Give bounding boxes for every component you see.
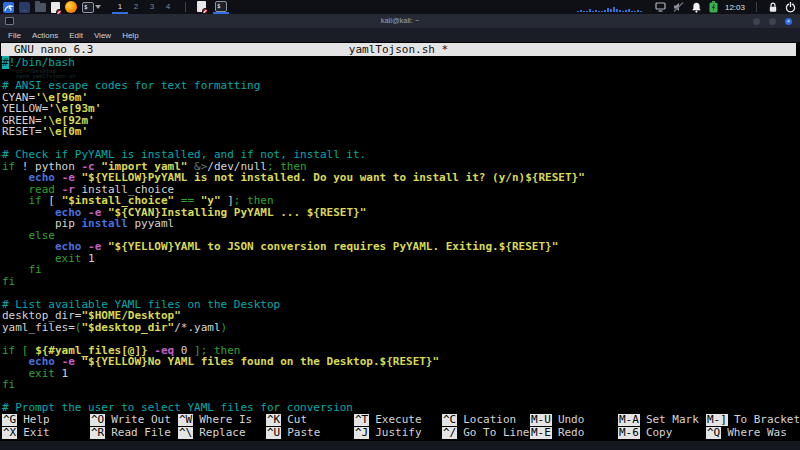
code-line: GREEN='\e[92m' xyxy=(2,115,800,127)
terminal-launcher-icon[interactable]: $ xyxy=(82,2,101,13)
notification-bell-icon[interactable] xyxy=(691,2,702,13)
code-line: # Prompt the user to select YAML files f… xyxy=(2,402,800,414)
kali-menu-icon[interactable] xyxy=(3,2,14,13)
code-line: YELLOW='\e[93m' xyxy=(2,103,800,115)
shortcut-paste[interactable]: ^UPaste xyxy=(266,427,354,439)
display-icon[interactable] xyxy=(655,2,666,12)
menu-file[interactable]: File xyxy=(8,31,21,40)
shortcut-row-2: ^XExit^RRead File^\Replace^UPaste^JJusti… xyxy=(2,427,800,439)
chevron-down-icon[interactable] xyxy=(95,5,101,9)
taskbar-window-texteditor[interactable] xyxy=(195,0,208,14)
maximize-button[interactable] xyxy=(769,18,776,25)
lock-screen-icon[interactable] xyxy=(768,2,778,13)
terminal-window-icon xyxy=(5,17,14,25)
window-titlebar[interactable]: kali@kali: ~ × xyxy=(0,14,800,28)
workspace-switcher: 1234 xyxy=(112,0,176,14)
code-line: CYAN='\e[96m' xyxy=(2,92,800,104)
window-title: kali@kali: ~ xyxy=(381,14,420,28)
code-line: yaml_files=("$desktop_dir"/*.yaml) xyxy=(2,322,800,334)
nano-titlebar: GNU nano 6.3 yamlTojson.sh * xyxy=(1,43,796,56)
shortcut-copy[interactable]: M-6Copy xyxy=(618,427,706,439)
code-line: echo -e "${YELLOW}YAML to JSON conversio… xyxy=(2,241,800,253)
shortcut-write-out[interactable]: ^OWrite Out xyxy=(90,414,178,426)
shortcut-to-bracket[interactable]: M-]To Bracket xyxy=(706,414,800,426)
shortcut-replace[interactable]: ^\Replace xyxy=(178,427,266,439)
minimize-button[interactable] xyxy=(753,18,760,25)
code-line: fi xyxy=(2,264,800,276)
panel-separator xyxy=(185,2,186,12)
menu-view[interactable]: View xyxy=(94,31,111,40)
cpu-monitor-graph[interactable] xyxy=(577,3,642,12)
nano-shortcuts: ^GHelp^OWrite Out^WWhere Is^KCut^TExecut… xyxy=(2,413,800,439)
close-button[interactable]: × xyxy=(785,18,792,25)
workspace-4[interactable]: 4 xyxy=(160,0,176,14)
code-line: fi xyxy=(2,276,800,288)
shortcut-row-1: ^GHelp^OWrite Out^WWhere Is^KCut^TExecut… xyxy=(2,414,800,426)
firefox-icon[interactable] xyxy=(65,1,77,13)
menu-actions[interactable]: Actions xyxy=(32,31,58,40)
nano-version-label: GNU nano 6.3 xyxy=(1,43,93,56)
shortcut-go-to-line[interactable]: ^/Go To Line xyxy=(442,427,530,439)
shortcut-redo[interactable]: M-ERedo xyxy=(530,427,618,439)
file-manager-icon[interactable] xyxy=(35,2,46,12)
shortcut-undo[interactable]: M-UUndo xyxy=(530,414,618,426)
code-line: #!/bin/bash xyxy=(2,57,800,69)
code-line: pip install pyyaml xyxy=(2,218,800,230)
shortcut-justify[interactable]: ^JJustify xyxy=(354,427,442,439)
bottom-edge xyxy=(0,441,800,450)
power-icon[interactable] xyxy=(785,2,796,13)
nano-filename-label: yamlTojson.sh * xyxy=(349,43,448,56)
workspace-2[interactable]: 2 xyxy=(128,0,144,14)
window-menubar: FileActionsEditViewHelp xyxy=(0,28,800,42)
code-line: exit 1 xyxy=(2,253,800,265)
shortcut-where-was[interactable]: ^QWhere Was xyxy=(706,427,787,439)
shortcut-read-file[interactable]: ^RRead File xyxy=(90,427,178,439)
shortcut-cut[interactable]: ^KCut xyxy=(266,414,354,426)
menu-help[interactable]: Help xyxy=(122,31,138,40)
audio-muted-icon[interactable] xyxy=(673,2,684,12)
code-line: echo -e "${YELLOW}No YAML files found on… xyxy=(2,356,800,368)
code-line: # ANSI escape codes for text formatting xyxy=(2,80,800,92)
files-app-icon[interactable]: ... xyxy=(19,2,30,13)
desktop: ... $ 1234 $ 12:03 xyxy=(0,0,800,450)
code-line: fi xyxy=(2,379,800,391)
code-line: exit 1 xyxy=(2,368,800,380)
menu-edit[interactable]: Edit xyxy=(69,31,83,40)
taskbar-window-terminal[interactable]: $ xyxy=(213,0,229,14)
top-panel: ... $ 1234 $ 12:03 xyxy=(0,0,800,14)
tray-separator xyxy=(756,2,757,12)
code-line: RESET='\e[0m' xyxy=(2,126,800,138)
shortcut-help[interactable]: ^GHelp xyxy=(2,414,90,426)
terminal[interactable]: GNU nano 6.3 yamlTojson.sh * #!/bin/bash… xyxy=(0,42,800,441)
shortcut-set-mark[interactable]: M-ASet Mark xyxy=(618,414,706,426)
battery-icon[interactable] xyxy=(709,1,718,13)
shortcut-location[interactable]: ^CLocation xyxy=(442,414,530,426)
workspace-1[interactable]: 1 xyxy=(112,0,128,14)
shortcut-exit[interactable]: ^XExit xyxy=(2,427,90,439)
code-area[interactable]: #!/bin/bashcd ~/Desktopnano yamlTojson.s… xyxy=(2,57,800,414)
workspace-3[interactable]: 3 xyxy=(144,0,160,14)
text-editor-icon[interactable] xyxy=(51,2,60,13)
clock[interactable]: 12:03 xyxy=(725,3,745,12)
shortcut-where-is[interactable]: ^WWhere Is xyxy=(178,414,266,426)
shortcut-execute[interactable]: ^TExecute xyxy=(354,414,442,426)
